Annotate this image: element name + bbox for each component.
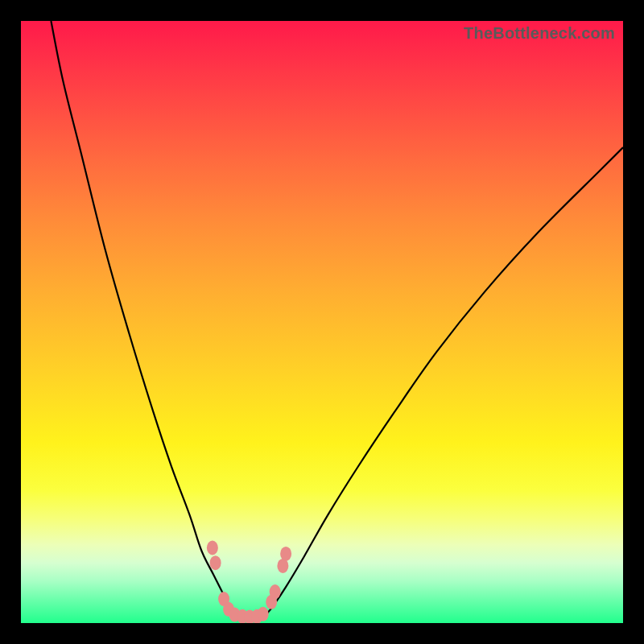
chart-plot-area: TheBottleneck.com [21, 21, 623, 623]
data-marker [258, 607, 269, 621]
data-marker [280, 547, 291, 561]
data-marker [207, 541, 218, 555]
curve-left-branch [51, 21, 233, 614]
chart-frame: TheBottleneck.com [0, 0, 644, 644]
curve-right-branch [266, 147, 623, 614]
data-marker [210, 555, 221, 570]
curve-group [51, 21, 623, 618]
marker-group [207, 541, 291, 624]
data-marker [270, 584, 281, 599]
chart-svg [21, 21, 623, 623]
